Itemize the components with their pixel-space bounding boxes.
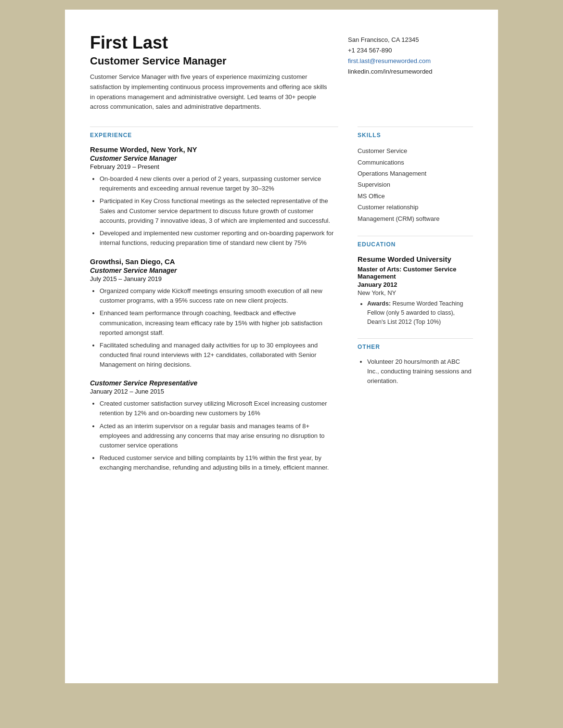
role-title-2: Customer Service Manager	[90, 267, 338, 274]
date-range-2: July 2015 – January 2019	[90, 275, 338, 282]
company-name-1: Resume Worded,	[90, 145, 149, 153]
bullet-1-1: On-boarded 4 new clients over a period o…	[100, 174, 338, 193]
company-line-1: Resume Worded, New York, NY	[90, 145, 338, 153]
edu-degree: Master of Arts: Customer Service Managem…	[358, 266, 473, 280]
experience-section: EXPERIENCE Resume Worded, New York, NY C…	[90, 127, 338, 473]
skill-5: MS Office	[358, 191, 473, 202]
date-range-3: January 2012 – June 2015	[90, 388, 338, 395]
left-column: EXPERIENCE Resume Worded, New York, NY C…	[90, 127, 338, 484]
skill-6: Customer relationship	[358, 202, 473, 213]
other-title: OTHER	[358, 338, 473, 350]
company-line-2: Growthsi, San Diego, CA	[90, 257, 338, 266]
date-range-1: February 2019 – Present	[90, 163, 338, 170]
right-column: SKILLS Customer Service Communications O…	[358, 127, 473, 484]
bullet-2-2: Enhanced team performance through coachi…	[100, 308, 338, 337]
job-block-3: Customer Service Representative January …	[90, 379, 338, 473]
role-title-3: Customer Service Representative	[90, 379, 338, 387]
company-location-1: New York, NY	[151, 145, 197, 153]
skill-4: Supervision	[358, 179, 473, 190]
skill-1: Customer Service	[358, 145, 473, 156]
contact-phone: +1 234 567-890	[348, 45, 473, 56]
bullet-1-2: Participated in Key Cross functional mee…	[100, 196, 338, 225]
contact-linkedin: linkedin.com/in/resumeworded	[348, 66, 473, 77]
skill-7: Management (CRM) software	[358, 213, 473, 224]
main-body: EXPERIENCE Resume Worded, New York, NY C…	[90, 127, 473, 484]
candidate-name: First Last	[90, 33, 329, 53]
edu-awards-list: Awards: Resume Worded Teaching Fellow (o…	[358, 299, 473, 326]
bullet-list-1: On-boarded 4 new clients over a period o…	[90, 174, 338, 248]
company-location-2: San Diego, CA	[125, 257, 175, 266]
contact-info: San Francisco, CA 12345 +1 234 567-890 f…	[348, 33, 473, 112]
resume: First Last Customer Service Manager Cust…	[65, 10, 498, 683]
bullet-3-2: Acted as an interim supervisor on a regu…	[100, 421, 338, 450]
bullet-2-1: Organized company wide Kickoff meetings …	[100, 286, 338, 306]
other-bullet: Volunteer 20 hours/month at ABC Inc., co…	[367, 357, 473, 386]
header-section: First Last Customer Service Manager Cust…	[90, 33, 473, 112]
skill-3: Operations Management	[358, 168, 473, 179]
experience-title: EXPERIENCE	[90, 127, 338, 139]
bullet-1-3: Developed and implemented new customer r…	[100, 229, 338, 248]
skills-title: SKILLS	[358, 127, 473, 139]
job-block-2: Growthsi, San Diego, CA Customer Service…	[90, 257, 338, 370]
skill-2: Communications	[358, 157, 473, 168]
contact-email[interactable]: first.last@resumeworded.com	[348, 57, 431, 64]
bullet-3-1: Created customer satisfaction survey uti…	[100, 399, 338, 418]
candidate-title: Customer Service Manager	[90, 55, 329, 67]
skills-section: SKILLS Customer Service Communications O…	[358, 127, 473, 224]
bullet-2-3: Facilitated scheduling and managed daily…	[100, 341, 338, 370]
role-title-1: Customer Service Manager	[90, 154, 338, 162]
header-left: First Last Customer Service Manager Cust…	[90, 33, 348, 112]
edu-awards-item: Awards: Resume Worded Teaching Fellow (o…	[367, 299, 473, 326]
other-list: Volunteer 20 hours/month at ABC Inc., co…	[358, 357, 473, 386]
awards-label: Awards:	[367, 300, 391, 307]
bullet-list-3: Created customer satisfaction survey uti…	[90, 399, 338, 473]
contact-address: San Francisco, CA 12345	[348, 35, 473, 45]
education-section: EDUCATION Resume Worded University Maste…	[358, 236, 473, 327]
edu-location: New York, NY	[358, 289, 473, 296]
edu-date: January 2012	[358, 281, 473, 288]
other-section: OTHER Volunteer 20 hours/month at ABC In…	[358, 338, 473, 386]
bullet-3-3: Reduced customer service and billing com…	[100, 453, 338, 473]
education-title: EDUCATION	[358, 236, 473, 248]
edu-institution: Resume Worded University	[358, 255, 473, 264]
bullet-list-2: Organized company wide Kickoff meetings …	[90, 286, 338, 370]
summary-text: Customer Service Manager with five years…	[90, 72, 329, 112]
company-name-2: Growthsi,	[90, 257, 123, 266]
job-block-1: Resume Worded, New York, NY Customer Ser…	[90, 145, 338, 248]
